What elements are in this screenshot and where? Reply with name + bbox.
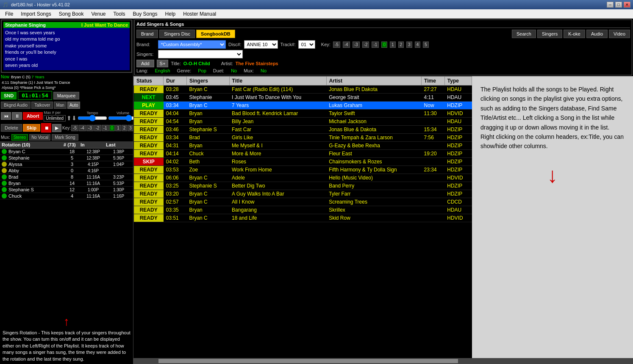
rotation-row[interactable]: Stephanie 5 12:38P 5:36P	[0, 155, 133, 161]
table-row[interactable]: READY 02:57 Bryan C All I Know Screaming…	[134, 198, 472, 206]
prev-button[interactable]: ⏮	[1, 112, 11, 120]
menu-help[interactable]: Help	[162, 10, 179, 18]
col-time[interactable]: Time	[422, 77, 445, 85]
key-form-minus1[interactable]: -1	[372, 41, 379, 48]
disc-select[interactable]: ANNIE 10	[244, 40, 278, 49]
delete-button[interactable]: Delete	[1, 124, 22, 132]
marquee-button[interactable]: Marquee	[53, 92, 79, 99]
rotation-row[interactable]: Bryan C 18 12:38P 1:38P	[0, 149, 133, 155]
bkgnd-audio-button[interactable]: Bkgnd Audio	[1, 102, 31, 109]
key-form-plus1[interactable]: 1	[390, 41, 396, 48]
minimize-button[interactable]: ─	[607, 2, 614, 8]
key-form-minus3[interactable]: -3	[353, 41, 360, 48]
singers-disc-button[interactable]: Singers Disc	[159, 30, 195, 38]
s-plus-button[interactable]: S+	[157, 60, 169, 67]
key-form-plus4[interactable]: 4	[415, 41, 421, 48]
table-row[interactable]: READY 03:46 Stephanie S Fast Car Jonas B…	[134, 126, 472, 134]
track-select[interactable]: 01	[298, 40, 315, 49]
search-button[interactable]: Search	[512, 30, 536, 38]
skip-button[interactable]: Skip	[23, 124, 40, 132]
rotation-row[interactable]: Brad 8 11:16A 3:23P	[0, 174, 133, 180]
rotation-row[interactable]: Chuck 4 11:16A 1:16P	[0, 193, 133, 199]
tempo-slider[interactable]	[78, 115, 107, 121]
add-button[interactable]: Add	[136, 60, 154, 67]
key-form-minus2[interactable]: -2	[362, 41, 369, 48]
play-button[interactable]: ▶	[52, 124, 61, 132]
singers-button[interactable]: Singers	[537, 30, 562, 38]
key-minus4[interactable]: -4	[79, 125, 86, 131]
scrollbar-thumb[interactable]	[158, 359, 458, 363]
table-row[interactable]: READY 03:35 Bryan Bangarang Skrillex HDA…	[134, 206, 472, 214]
key-plus2[interactable]: 2	[122, 125, 128, 131]
key-form-0[interactable]: 0	[381, 41, 387, 48]
key-minus2[interactable]: -2	[94, 125, 101, 131]
table-row[interactable]: READY 03:25 Stephanie S Better Dig Two B…	[134, 182, 472, 190]
mark-song-button[interactable]: Mark Song	[52, 134, 78, 141]
rotation-row[interactable]: Bryan 14 11:16A 5:33P	[0, 180, 133, 187]
playlist-table-container[interactable]: Status Dur Singers Title Artist Time Typ…	[133, 76, 472, 358]
col-artist[interactable]: Artist	[326, 77, 421, 85]
key-minus3[interactable]: -3	[86, 125, 94, 131]
title-label: Title:	[171, 61, 180, 66]
table-row[interactable]: READY 03:34 Brad Girls Like Tinie Tempah…	[134, 134, 472, 142]
menu-venue[interactable]: Venue	[88, 10, 109, 18]
audio-button[interactable]: Audio	[586, 30, 608, 38]
table-row[interactable]: NEXT 03:45 Stephanie I Just Want To Danc…	[134, 94, 472, 102]
key-form-minus5[interactable]: -5	[333, 41, 340, 48]
video-button[interactable]: Video	[609, 30, 630, 38]
table-row[interactable]: READY 04:04 Bryan Bad Blood ft. Kendrick…	[134, 110, 472, 118]
close-button[interactable]: ✕	[624, 2, 630, 8]
table-row[interactable]: READY 03:20 Bryan C A Guy Walks Into A B…	[134, 190, 472, 198]
key-minus5[interactable]: -5	[71, 125, 78, 131]
key-form-plus2[interactable]: 2	[398, 41, 404, 48]
rotation-row[interactable]: Abby 0 4:16P	[0, 168, 133, 174]
menu-song-book[interactable]: Song Book	[56, 10, 87, 18]
stereo-button[interactable]: Stereo	[11, 134, 28, 141]
menu-hoster-manual[interactable]: Hoster Manual	[180, 10, 219, 18]
table-row[interactable]: READY 04:31 Bryan Me Myself & I G-Eazy &…	[134, 142, 472, 150]
maximize-button[interactable]: □	[615, 2, 622, 8]
key-0[interactable]: 0	[109, 125, 115, 131]
col-type[interactable]: Type	[444, 77, 472, 85]
table-row[interactable]: PLAY 03:34 Bryan C 7 Years Lukas Graham …	[134, 102, 472, 110]
menu-tools[interactable]: Tools	[110, 10, 128, 18]
key-plus3[interactable]: 3	[128, 125, 133, 131]
col-dur[interactable]: Dur	[164, 77, 187, 85]
horizontal-scrollbar[interactable]	[133, 358, 633, 364]
rotation-row[interactable]: Stephanie S 12 1:00P 1:30P	[0, 187, 133, 193]
key-form-plus3[interactable]: 3	[406, 41, 412, 48]
brand-select[interactable]: *Custom Assembly*	[158, 40, 226, 49]
pause-button[interactable]: ⏸	[12, 112, 22, 120]
key-form-plus5[interactable]: 5	[423, 41, 429, 48]
abort-button[interactable]: Abort	[23, 112, 43, 120]
talkover-button[interactable]: Talkover	[31, 102, 53, 109]
brand-button[interactable]: Brand	[136, 30, 158, 38]
table-row[interactable]: READY 04:54 Bryan Billy Jean Michael Jac…	[134, 118, 472, 126]
man-button[interactable]: Man	[54, 102, 66, 109]
key-plus1[interactable]: 1	[115, 125, 121, 131]
col-singers[interactable]: Singers	[186, 77, 229, 85]
col-status[interactable]: Status	[134, 77, 164, 85]
table-row[interactable]: READY 04:14 Chuck More & More Fleur East…	[134, 150, 472, 158]
no-vocal-button[interactable]: No Vocal	[29, 134, 50, 141]
menu-buy-songs[interactable]: Buy Songs	[130, 10, 161, 18]
table-row[interactable]: READY 03:53 Zoe Work From Home Fifth Har…	[134, 166, 472, 174]
max-spinner[interactable]: ⬆⬇	[67, 115, 77, 121]
key-form-minus4[interactable]: -4	[343, 41, 350, 48]
rotation-row[interactable]: Alyssa 3 4:15P 1:04P	[0, 161, 133, 168]
auto-button[interactable]: Auto	[67, 102, 81, 109]
table-row[interactable]: READY 03:51 Bryan C 18 and Life Skid Row…	[134, 214, 472, 222]
status-cell: READY	[134, 198, 164, 206]
table-row[interactable]: SKIP 04:02 Beth Roses Chainsmokers & Roz…	[134, 158, 472, 166]
songbook-db-button[interactable]: SongbookDB	[196, 30, 235, 38]
snd-button[interactable]: SND	[1, 92, 17, 99]
k-oke-button[interactable]: K-oke	[564, 30, 585, 38]
menu-import-songs[interactable]: Import Songs	[17, 10, 54, 18]
table-row[interactable]: READY 06:06 Bryan C Adele Hello (Music V…	[134, 174, 472, 182]
table-row[interactable]: READY 03:28 Bryan C Fast Car (Radio Edit…	[134, 85, 472, 94]
col-title[interactable]: Title	[229, 77, 326, 85]
key-minus1[interactable]: -1	[102, 125, 109, 131]
stop-button[interactable]: ■	[41, 123, 51, 132]
singers-select[interactable]	[158, 50, 243, 58]
menu-file[interactable]: File	[2, 10, 17, 18]
